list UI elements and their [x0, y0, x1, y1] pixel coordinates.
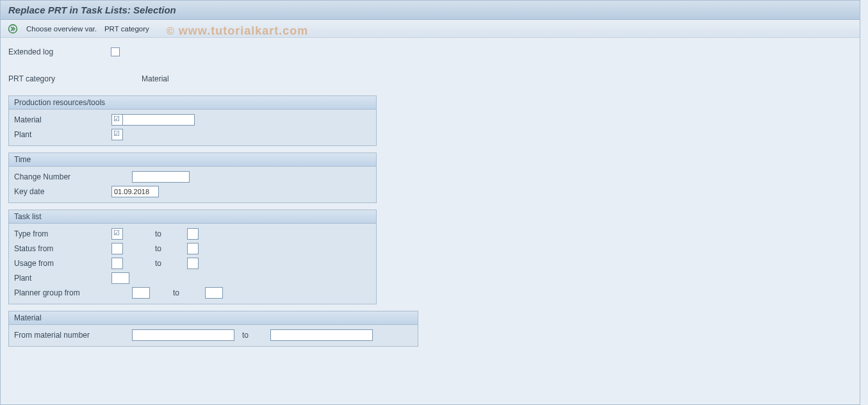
content-area: Extended log PRT category Material Produ… [1, 38, 860, 360]
material-to-label: to [237, 331, 256, 340]
group-time: Time Change Number Key date [8, 153, 377, 203]
material-label: Material [14, 115, 111, 124]
type-from-label: Type from [14, 229, 111, 238]
type-to-input[interactable] [187, 228, 199, 240]
prt-category-label: PRT category [8, 74, 111, 83]
extended-log-checkbox[interactable] [111, 47, 120, 56]
plant-input-indicator[interactable] [111, 129, 123, 140]
prt-category-value: Material [111, 74, 169, 83]
change-number-input[interactable] [132, 171, 190, 183]
from-material-label: From material number [14, 331, 132, 340]
type-from-input[interactable] [111, 228, 123, 240]
planner-group-label: Planner group from [14, 288, 132, 297]
group-tasklist-header: Task list [9, 210, 376, 224]
from-material-input[interactable] [132, 329, 234, 341]
group-material: Material From material number to [8, 311, 418, 347]
status-from-label: Status from [14, 244, 111, 253]
toolbar: Choose overview var. PRT category [1, 20, 860, 38]
extended-log-label: Extended log [8, 47, 111, 56]
status-to-input[interactable] [187, 243, 199, 254]
type-to-label: to [143, 229, 169, 238]
usage-from-input[interactable] [111, 258, 123, 269]
plant-label: Plant [14, 130, 111, 139]
planner-group-from-input[interactable] [132, 287, 150, 299]
key-date-input[interactable] [111, 186, 159, 197]
group-prt: Production resources/tools Material Plan… [8, 95, 377, 146]
group-tasklist: Task list Type from to Status from to Us… [8, 210, 377, 304]
group-material-header: Material [9, 311, 418, 325]
to-material-input[interactable] [270, 329, 373, 341]
key-date-label: Key date [14, 187, 111, 196]
prt-category-button[interactable]: PRT category [104, 25, 149, 33]
material-input[interactable] [123, 114, 195, 126]
tasklist-plant-label: Plant [14, 274, 111, 283]
usage-to-label: to [143, 259, 169, 268]
group-time-header: Time [9, 153, 376, 167]
group-prt-header: Production resources/tools [9, 96, 376, 110]
planner-group-to-label: to [161, 288, 187, 297]
page-title: Replace PRT in Task Lists: Selection [1, 1, 860, 20]
tasklist-plant-input[interactable] [111, 272, 129, 284]
usage-from-label: Usage from [14, 259, 111, 268]
planner-group-to-input[interactable] [205, 287, 223, 299]
status-from-input[interactable] [111, 243, 123, 254]
usage-to-input[interactable] [187, 258, 199, 269]
change-number-label: Change Number [14, 172, 132, 181]
execute-icon[interactable] [7, 23, 19, 35]
choose-overview-button[interactable]: Choose overview var. [26, 25, 97, 33]
status-to-label: to [143, 244, 169, 253]
material-input-indicator[interactable] [111, 114, 123, 126]
